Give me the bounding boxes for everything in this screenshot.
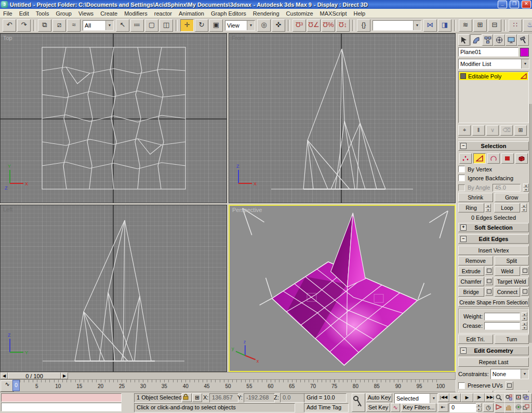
modifier-list-dropdown[interactable]: Modifier List ▼	[458, 59, 529, 69]
go-to-start-icon[interactable]: |◀◀	[438, 393, 449, 402]
border-subobject-icon[interactable]	[487, 153, 500, 164]
viewport-left-label[interactable]: Left	[3, 206, 12, 212]
collapse-icon[interactable]: −	[460, 236, 467, 242]
hierarchy-tab-icon[interactable]	[482, 34, 494, 46]
remove-modifier-icon[interactable]: ⌫	[500, 125, 513, 136]
zoom-icon[interactable]	[495, 393, 505, 403]
field-of-view-icon[interactable]	[495, 403, 505, 413]
insert-vertex-button[interactable]: Insert Vertex	[458, 246, 529, 255]
percent-snap-icon[interactable]: Ʊ%	[322, 19, 335, 32]
viewport-perspective-label[interactable]: Perspective	[232, 207, 262, 213]
menu-item-rendering[interactable]: Rendering	[253, 10, 280, 17]
display-tab-icon[interactable]	[506, 34, 517, 46]
chevron-down-icon[interactable]: ▼	[105, 21, 113, 30]
align-icon[interactable]: ◨	[438, 19, 451, 32]
previous-frame-arrow-icon[interactable]: ◀	[1, 372, 8, 379]
select-object-icon[interactable]: ↖	[116, 19, 129, 32]
edit-tri-button[interactable]: Edit Tri.	[458, 335, 493, 344]
x-coordinate-field[interactable]: 136.857	[209, 393, 238, 403]
by-angle-checkbox[interactable]	[458, 184, 465, 191]
menu-item-file[interactable]: File	[3, 10, 12, 17]
track-bar[interactable]: ∿ 0 510152025303540455055606570758085909…	[0, 380, 456, 392]
select-and-move-icon[interactable]: ✛	[180, 19, 194, 32]
spinner-snap-icon[interactable]: Ʊ↕	[336, 19, 350, 32]
redo-icon[interactable]: ↷	[17, 19, 31, 32]
selection-filter-dropdown[interactable]: All▼	[83, 20, 114, 31]
set-key-button[interactable]: Set Key	[366, 403, 390, 412]
maximize-viewport-toggle-icon[interactable]	[522, 403, 532, 413]
edit-edges-rollout-header[interactable]: − Edit Edges	[458, 234, 529, 244]
material-editor-icon[interactable]: ∷	[509, 19, 522, 32]
schematic-view-icon[interactable]: ⊟	[488, 19, 501, 32]
viewport-front-canvas[interactable]: Z X	[229, 34, 455, 203]
menu-item-views[interactable]: Views	[78, 10, 94, 17]
chevron-down-icon[interactable]: ▼	[430, 394, 437, 403]
bridge-button[interactable]: Bridge	[458, 287, 484, 297]
reference-coordinate-dropdown[interactable]: View▼	[225, 20, 255, 31]
viewport-left[interactable]: Left	[0, 205, 227, 372]
menu-item-animation[interactable]: Animation	[179, 10, 204, 17]
object-color-swatch[interactable]	[520, 48, 529, 57]
by-angle-spinner[interactable]: ▲▼	[523, 183, 529, 192]
constraints-dropdown[interactable]: None ▼	[490, 369, 529, 379]
polygon-subobject-icon[interactable]	[501, 153, 514, 164]
crease-field[interactable]	[484, 322, 520, 330]
add-time-tag[interactable]: Add Time Tag	[304, 403, 349, 412]
select-and-link-icon[interactable]: ⧉	[38, 19, 51, 32]
modifier-stack[interactable]: Editable Poly	[458, 71, 529, 123]
macro-recorder-pane[interactable]	[1, 393, 122, 402]
modify-tab-icon[interactable]	[470, 34, 482, 46]
menu-item-maxscript[interactable]: MAXScript	[320, 10, 347, 17]
menu-item-create[interactable]: Create	[100, 10, 117, 17]
select-and-rotate-icon[interactable]: ↻	[195, 19, 208, 32]
menu-item-group[interactable]: Group	[56, 10, 72, 17]
named-selection-sets-icon[interactable]: {}	[357, 19, 370, 32]
menu-item-graph-editors[interactable]: Graph Editors	[211, 10, 246, 17]
undo-icon[interactable]: ↶	[3, 19, 16, 32]
weld-button[interactable]: Weld	[495, 267, 521, 276]
viewport-front[interactable]: Front	[229, 33, 456, 203]
shrink-button[interactable]: Shrink	[458, 193, 493, 202]
zoom-all-icon[interactable]	[504, 393, 515, 403]
new-key-default-in-out-icon[interactable]: ∿	[391, 403, 400, 412]
key-mode-toggle-icon[interactable]: ⇤	[438, 403, 448, 412]
time-slider-thumb[interactable]: 0 / 100	[8, 372, 61, 379]
pin-stack-icon[interactable]: ⌖	[458, 125, 471, 136]
viewport-top[interactable]: Top Y X	[0, 33, 227, 203]
key-filters-button[interactable]: Key Filters...	[401, 403, 436, 412]
menu-item-reactor[interactable]: reactor	[154, 10, 172, 17]
current-frame-field[interactable]: 0	[449, 403, 478, 412]
next-frame-icon[interactable]: |▶	[473, 393, 485, 402]
soft-selection-rollout-header[interactable]: + Soft Selection	[458, 223, 529, 232]
absolute-offset-toggle-icon[interactable]: ⊞	[192, 393, 202, 402]
chevron-down-icon[interactable]: ▼	[521, 369, 528, 379]
bind-to-space-warp-icon[interactable]: ≈	[67, 19, 81, 32]
edge-subobject-icon-button[interactable]	[473, 153, 486, 164]
menu-item-customize[interactable]: Customize	[286, 10, 313, 17]
configure-modifier-sets-icon[interactable]: ⊞	[514, 125, 527, 136]
viewport-perspective-canvas[interactable]: z x y	[230, 206, 455, 371]
zoom-extents-all-icon[interactable]	[522, 393, 532, 403]
remove-button[interactable]: Remove	[458, 256, 493, 265]
use-pivot-center-icon[interactable]: ◎	[257, 19, 271, 32]
selection-lock-icon[interactable]	[182, 393, 192, 402]
show-end-result-icon[interactable]: ‖	[472, 125, 485, 136]
collapse-icon[interactable]: −	[460, 143, 467, 149]
crease-spinner[interactable]: ▲▼	[522, 322, 527, 330]
ring-spinner[interactable]: ▲▼	[485, 204, 491, 212]
repeat-last-button[interactable]: Repeat Last	[458, 357, 529, 367]
current-frame-marker[interactable]: 0	[12, 380, 20, 391]
menu-item-modifiers[interactable]: Modifiers	[124, 10, 148, 17]
stack-item-label[interactable]: Editable Poly	[468, 73, 518, 79]
chevron-down-icon[interactable]: ▼	[413, 21, 421, 30]
unlink-selection-icon[interactable]: ⧄	[52, 19, 66, 32]
weight-field[interactable]	[484, 313, 520, 321]
select-and-scale-icon[interactable]: ▣	[209, 19, 223, 32]
menu-item-edit[interactable]: Edit	[19, 10, 29, 17]
create-tab-icon[interactable]	[458, 34, 470, 46]
extrude-settings-icon[interactable]	[485, 267, 493, 275]
z-coordinate-field[interactable]: 0.0	[280, 393, 305, 403]
close-icon[interactable]: ✕	[522, 1, 531, 8]
mirror-icon[interactable]: ⋈	[423, 19, 437, 32]
y-coordinate-field[interactable]: -192.268	[244, 393, 275, 403]
